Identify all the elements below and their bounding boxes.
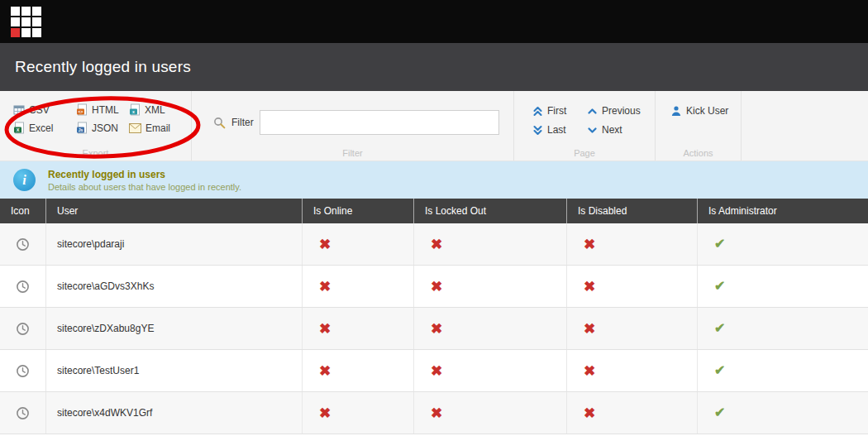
page-first-button[interactable]: First [532,105,587,117]
cross-icon: ✖ [319,406,331,420]
export-email-button[interactable]: Email [129,122,191,134]
next-icon [587,125,598,136]
email-icon [129,123,141,133]
cross-icon: ✖ [319,364,331,378]
cross-icon: ✖ [584,364,595,378]
clock-icon [16,406,30,420]
export-html-label: HTML [92,104,119,116]
page-previous-button[interactable]: Previous [587,105,655,117]
logo-square [21,7,31,16]
is-disabled-cell: ✖ [566,350,697,391]
table-row[interactable]: sitecore\TestUser1 ✖ ✖ ✖ ✔ [0,350,868,392]
json-icon: Js [76,122,88,134]
cross-icon: ✖ [319,237,331,252]
ribbon-group-export: CSV <> HTML x XML X Excel [0,91,192,161]
column-header-is-locked-out: Is Locked Out [413,199,566,223]
info-subtitle: Details about users that have logged in … [48,182,241,192]
cross-icon: ✖ [431,322,442,336]
export-email-label: Email [145,122,170,134]
filter-label: Filter [231,117,254,128]
icon-cell [0,223,45,265]
is-locked-out-cell: ✖ [413,350,566,391]
icon-cell [0,392,45,434]
clock-icon [16,280,30,294]
user-name: sitecore\pdaraji [57,238,124,250]
page-next-label: Next [602,124,622,136]
page-last-button[interactable]: Last [532,124,587,136]
export-excel-label: Excel [29,122,53,134]
user-name: sitecore\x4dWKV1Grf [57,407,152,419]
is-locked-out-cell: ✖ [413,223,566,265]
ribbon-group-page: First Previous Last Next Page [514,91,656,161]
svg-text:X: X [17,127,20,132]
export-xml-button[interactable]: x XML [129,103,191,116]
is-administrator-cell: ✔ [697,350,868,391]
export-json-label: JSON [92,122,118,134]
cross-icon: ✖ [431,237,442,252]
info-title: Recently logged in users [48,169,241,180]
export-excel-button[interactable]: X Excel [13,122,76,134]
logo-square [11,7,20,16]
check-icon: ✔ [714,406,725,419]
group-label-export: Export [0,148,191,158]
export-html-button[interactable]: <> HTML [76,103,129,116]
export-json-button[interactable]: Js JSON [76,122,129,134]
cross-icon: ✖ [584,406,595,420]
svg-text:x: x [132,109,135,114]
last-icon [532,125,543,136]
is-online-cell: ✖ [302,308,413,349]
table-row[interactable]: sitecore\aGDvs3XhKs ✖ ✖ ✖ ✔ [0,266,868,308]
user-name: sitecore\aGDvs3XhKs [57,280,154,292]
is-locked-out-cell: ✖ [413,308,566,349]
column-header-is-disabled: Is Disabled [566,199,697,223]
cross-icon: ✖ [431,406,442,420]
logo-square [21,17,31,26]
info-banner: i Recently logged in users Details about… [0,161,868,199]
check-icon: ✔ [714,237,725,251]
user-name: sitecore\zDXabu8gYE [57,323,154,334]
is-administrator-cell: ✔ [697,308,868,349]
cross-icon: ✖ [319,280,331,294]
check-icon: ✔ [714,322,725,335]
is-online-cell: ✖ [302,223,413,265]
kick-user-button[interactable]: Kick User [670,105,741,117]
user-cell: sitecore\aGDvs3XhKs [45,266,302,307]
logo-square [21,28,31,37]
sitecore-logo[interactable] [11,7,41,37]
page-first-label: First [547,105,566,117]
logo-square-red [11,28,20,37]
logo-square [32,28,41,37]
table-row[interactable]: sitecore\zDXabu8gYE ✖ ✖ ✖ ✔ [0,308,868,350]
table-header: Icon User Is Online Is Locked Out Is Dis… [0,199,868,223]
table-body: sitecore\pdaraji ✖ ✖ ✖ ✔ sitecore\aGDvs3… [0,223,868,434]
page-next-button[interactable]: Next [587,124,655,136]
group-label-filter: Filter [192,148,513,158]
page-last-label: Last [547,124,566,136]
check-icon: ✔ [714,280,725,293]
svg-text:Js: Js [79,127,83,132]
user-cell: sitecore\x4dWKV1Grf [45,392,302,434]
filter-input[interactable] [260,110,499,135]
logo-square [32,7,41,16]
logo-square [11,17,20,26]
clock-icon [16,237,30,252]
table-row[interactable]: sitecore\x4dWKV1Grf ✖ ✖ ✖ ✔ [0,392,868,434]
check-icon: ✔ [714,364,725,377]
export-csv-button[interactable]: CSV [13,103,76,116]
icon-cell [0,308,45,349]
xml-icon: x [129,103,141,116]
svg-text:<>: <> [79,109,83,114]
is-disabled-cell: ✖ [566,223,697,265]
ribbon-filler [742,91,868,161]
column-header-icon: Icon [0,199,45,223]
cross-icon: ✖ [584,237,595,252]
is-online-cell: ✖ [302,392,413,434]
export-csv-label: CSV [29,104,50,116]
cross-icon: ✖ [319,322,331,336]
table-row[interactable]: sitecore\pdaraji ✖ ✖ ✖ ✔ [0,223,868,266]
info-icon: i [13,169,36,191]
kick-user-label: Kick User [686,105,728,117]
is-locked-out-cell: ✖ [413,392,566,434]
first-icon [532,106,543,117]
is-administrator-cell: ✔ [697,392,868,434]
